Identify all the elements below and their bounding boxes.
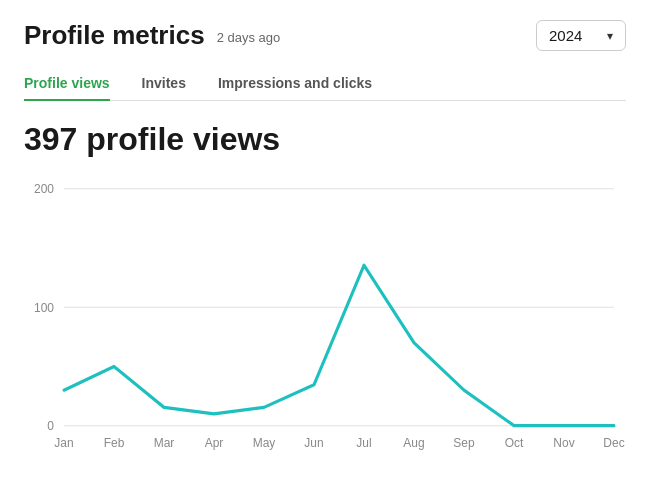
metric-count: 397 profile views [24,121,626,158]
tab-invites[interactable]: Invites [142,67,186,101]
x-label-jan: Jan [54,436,73,451]
x-label-apr: Apr [205,436,224,451]
tab-bar: Profile views Invites Impressions and cl… [24,67,626,101]
x-label-sep: Sep [453,436,474,451]
x-label-may: May [253,436,276,451]
chevron-down-icon: ▾ [607,29,613,43]
year-value: 2024 [549,27,582,44]
x-label-mar: Mar [154,436,175,451]
x-label-nov: Nov [553,436,575,451]
profile-views-line [64,265,614,425]
tab-profile-views[interactable]: Profile views [24,67,110,101]
header-left: Profile metrics 2 days ago [24,20,280,51]
last-updated: 2 days ago [217,30,281,45]
page-header: Profile metrics 2 days ago 2024 ▾ [24,20,626,51]
y-label-0: 0 [47,419,54,434]
page-title: Profile metrics [24,20,205,51]
chart-container: 200 100 0 Jan Feb Mar Apr May Jun Jul Au… [24,178,626,458]
x-label-feb: Feb [104,436,125,451]
chart-svg: 200 100 0 Jan Feb Mar Apr May Jun Jul Au… [24,178,626,458]
year-selector[interactable]: 2024 ▾ [536,20,626,51]
x-label-jul: Jul [356,436,371,451]
x-label-oct: Oct [505,436,524,451]
x-label-dec: Dec [603,436,624,451]
tab-impressions-clicks[interactable]: Impressions and clicks [218,67,372,101]
x-label-jun: Jun [304,436,323,451]
y-label-200: 200 [34,182,54,197]
y-label-100: 100 [34,300,54,315]
x-label-aug: Aug [403,436,424,451]
